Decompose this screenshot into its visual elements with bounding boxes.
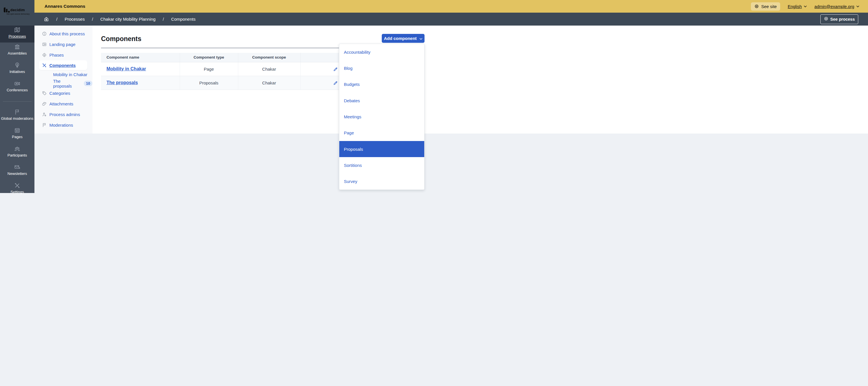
- menu-item-label: Process admins: [50, 112, 80, 117]
- dropdown-option-meetings[interactable]: Meetings: [339, 109, 424, 125]
- user-gear-icon: [42, 112, 47, 117]
- edit-pencil-icon[interactable]: [333, 67, 338, 72]
- dropdown-option-debates[interactable]: Debates: [339, 92, 424, 109]
- paperclip-icon: [42, 101, 47, 106]
- logo-block: decidim free open-source democracy: [0, 0, 34, 26]
- admin-topbar: Annares Commons See site English admin@e…: [34, 0, 434, 12]
- flag-icon: [14, 109, 20, 115]
- sidebar-item-label: Settings: [11, 190, 24, 193]
- menu-item-moderations[interactable]: Moderations: [34, 120, 92, 130]
- menu-item-label: Attachments: [50, 101, 73, 106]
- menu-item-the-proposals[interactable]: The proposals 10: [34, 79, 92, 88]
- chevron-down-icon: [420, 36, 423, 41]
- menu-item-label: Landing page: [50, 42, 75, 47]
- component-type-cell: Proposals: [180, 76, 238, 90]
- breadcrumb-item-processes[interactable]: Processes: [65, 17, 85, 22]
- column-header-component-name: Component name: [101, 53, 180, 62]
- breadcrumb-separator: /: [56, 17, 57, 22]
- component-link-mobility-in-chakar[interactable]: Mobility in Chakar: [106, 66, 146, 71]
- envelope-plus-icon: [14, 164, 20, 170]
- menu-item-categories[interactable]: Categories: [34, 88, 92, 98]
- dropdown-option-blog[interactable]: Blog: [339, 60, 424, 76]
- organization-title: Annares Commons: [44, 4, 85, 9]
- sidebar-item-initiatives[interactable]: Initiatives: [0, 61, 34, 79]
- column-header-component-scope: Component scope: [238, 53, 300, 62]
- sidebar-item-label: Pages: [12, 135, 23, 139]
- menu-item-process-admins[interactable]: Process admins: [34, 109, 92, 120]
- menu-item-label: Mobility in Chakar: [53, 72, 87, 77]
- newspaper-icon: [14, 127, 20, 133]
- flag-icon: [42, 123, 47, 127]
- video-camera-icon: [14, 81, 20, 87]
- edit-pencil-icon[interactable]: [333, 81, 338, 86]
- menu-item-label: About this process: [50, 31, 85, 36]
- component-type-cell: Page: [180, 62, 238, 76]
- menu-item-attachments[interactable]: Attachments: [34, 98, 92, 109]
- sidebar-item-label: Global moderations: [1, 116, 34, 121]
- add-component-label: Add component: [384, 36, 416, 41]
- logo-tagline: free open-source democracy: [7, 13, 38, 15]
- menu-item-label: Phases: [50, 53, 64, 57]
- home-icon[interactable]: [43, 17, 49, 22]
- bank-icon: [14, 43, 20, 50]
- lightbulb-icon: [14, 62, 20, 68]
- sidebar-item-label: Participants: [7, 153, 27, 157]
- primary-sidebar: Processes Assemblies Initiatives Confere…: [0, 0, 34, 193]
- component-link-the-proposals[interactable]: The proposals: [106, 80, 138, 85]
- tools-icon: [14, 182, 20, 189]
- menu-item-landing-page[interactable]: Landing page: [34, 39, 92, 50]
- component-scope-cell: Chakar: [238, 62, 300, 76]
- sidebar-item-conferences[interactable]: Conferences: [0, 79, 34, 98]
- menu-item-phases[interactable]: Phases: [34, 50, 92, 60]
- sidebar-item-label: Assemblies: [8, 51, 27, 55]
- route-diamond-icon: [42, 53, 47, 57]
- sidebar-item-label: Conferences: [7, 88, 28, 92]
- add-component-dropdown: Accountability Blog Budgets Debates Meet…: [339, 43, 425, 190]
- sidebar-item-global-moderations[interactable]: Global moderations: [0, 108, 34, 126]
- sidebar-divider: [3, 101, 32, 102]
- sidebar-item-participants[interactable]: Participants: [0, 145, 34, 163]
- sidebar-item-processes[interactable]: Processes: [0, 26, 34, 42]
- map-icon: [14, 27, 20, 33]
- menu-item-components[interactable]: Components: [39, 60, 87, 70]
- breadcrumb-item-components[interactable]: Components: [171, 17, 195, 22]
- breadcrumb-item-process[interactable]: Chakar city Mobility Planning: [100, 17, 156, 22]
- tag-icon: [42, 91, 47, 96]
- dropdown-option-page[interactable]: Page: [339, 125, 424, 141]
- menu-item-label: Categories: [50, 91, 70, 96]
- component-scope-cell: Chakar: [238, 76, 300, 90]
- column-header-component-type: Component type: [180, 53, 238, 62]
- layout-grid-icon: [42, 42, 47, 47]
- sidebar-item-label: Initiatives: [9, 69, 25, 74]
- breadcrumb-separator: /: [163, 17, 164, 22]
- dropdown-option-budgets[interactable]: Budgets: [339, 77, 424, 92]
- sidebar-item-settings[interactable]: Settings: [0, 181, 34, 193]
- sidebar-item-assemblies[interactable]: Assemblies: [0, 42, 34, 61]
- process-menu: About this process Landing page Phases C…: [34, 26, 92, 133]
- add-component-button[interactable]: Add component: [382, 34, 425, 43]
- dropdown-option-survey[interactable]: Survey: [339, 174, 424, 189]
- page-title: Components: [101, 35, 142, 43]
- proposals-count-badge: 10: [84, 81, 92, 86]
- menu-item-label: Components: [50, 63, 76, 68]
- sidebar-item-newsletters[interactable]: Newsletters: [0, 163, 34, 181]
- dropdown-option-sortitions[interactable]: Sortitions: [339, 157, 424, 173]
- menu-item-label: The proposals: [53, 79, 81, 88]
- breadcrumb: / Processes / Chakar city Mobility Plann…: [34, 12, 434, 26]
- sidebar-item-label: Processes: [9, 34, 26, 38]
- info-icon: [42, 31, 47, 36]
- menu-item-mobility-in-chakar[interactable]: Mobility in Chakar: [34, 70, 92, 79]
- dropdown-option-proposals[interactable]: Proposals: [339, 141, 424, 157]
- sidebar-item-pages[interactable]: Pages: [0, 126, 34, 145]
- menu-item-about-this-process[interactable]: About this process: [34, 28, 92, 39]
- menu-item-label: Moderations: [50, 123, 73, 127]
- breadcrumb-separator: /: [92, 17, 93, 22]
- people-icon: [14, 146, 20, 152]
- tools-icon: [42, 63, 47, 68]
- sidebar-item-label: Newsletters: [7, 172, 27, 176]
- dropdown-option-accountability[interactable]: Accountability: [339, 44, 424, 60]
- primary-nav: Processes Assemblies Initiatives Confere…: [0, 26, 34, 193]
- logo-brand: decidim: [10, 8, 25, 12]
